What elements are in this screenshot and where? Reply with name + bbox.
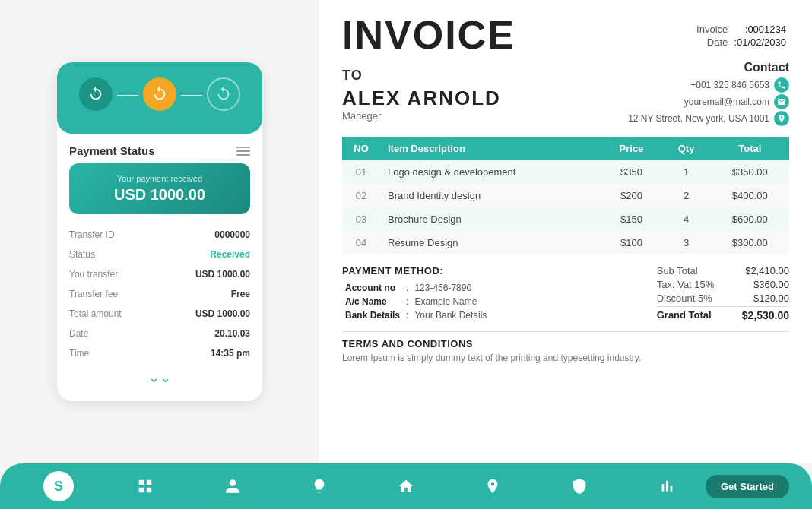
address-text: 12 NY Street, New york, USA 1001 [628, 113, 769, 124]
bottom-nav: S Get Started [0, 463, 812, 509]
step-3 [207, 77, 240, 111]
step-2 [143, 77, 176, 111]
arrow-1: —— [117, 88, 138, 100]
col-qty: Qty [661, 137, 710, 160]
nav-ideas[interactable] [304, 471, 335, 501]
terms-title: TERMS AND CONDITIONS [342, 338, 789, 349]
invoice-top: INVOICE Invoice :0001234 Date :01/02/203… [342, 15, 789, 55]
location-icon [774, 111, 789, 126]
grand-total-row: Grand Total $2,530.00 [657, 309, 789, 321]
contact-title: Contact [628, 61, 789, 74]
invoice-title-block: INVOICE [342, 15, 515, 55]
double-chevron-icon: ⌄⌄ [57, 369, 262, 386]
status-row: Status Received [57, 245, 262, 264]
nav-home-s[interactable]: S [43, 471, 74, 501]
nav-shield[interactable] [564, 471, 595, 501]
totals-section: Sub Total $2,410.00 Tax: Vat 15% $360.00… [657, 265, 789, 324]
invoice-meta: Invoice :0001234 Date :01/02/2030 [693, 23, 789, 49]
invoice-title: INVOICE [342, 15, 515, 55]
transfer-fee-row: Transfer fee Free [57, 284, 262, 304]
total-amount-row: Total amount USD 1000.00 [57, 304, 262, 324]
col-no: NO [342, 137, 380, 160]
nav-dashboard[interactable] [130, 471, 160, 501]
terms-section: TERMS AND CONDITIONS Lorem Ipsum is simp… [342, 331, 789, 363]
table-row: 02 Brand Identity design $200 2 $400.00 [342, 184, 789, 207]
phone-text: +001 325 846 5653 [690, 80, 769, 90]
client-info: TO ALEX ARNOLD Maneger [342, 68, 501, 128]
payment-amount: USD 1000.00 [80, 186, 239, 204]
table-row: 04 Resume Design $100 3 $300.00 [342, 231, 789, 254]
address-row: 12 NY Street, New york, USA 1001 [628, 111, 789, 126]
svg-rect-3 [147, 488, 151, 492]
payment-status-header: Payment Status [57, 134, 262, 163]
client-name: ALEX ARNOLD [342, 87, 501, 110]
table-row: 01 Logo design & developement $350 1 $35… [342, 160, 789, 184]
time-row: Time 14:35 pm [57, 343, 262, 363]
sub-total-row: Sub Total $2,410.00 [657, 265, 789, 277]
you-transfer-row: You transfer USD 1000.00 [57, 264, 262, 284]
tax-row: Tax: Vat 15% $360.00 [657, 279, 789, 290]
status-steps: —— —— [72, 77, 247, 111]
left-panel: —— —— Payment Status Your payment receiv… [0, 0, 319, 463]
col-total: Total [711, 137, 789, 160]
amount-box: Your payment received USD 1000.00 [69, 163, 250, 214]
table-row: 03 Brochure Design $150 4 $600.00 [342, 207, 789, 231]
step-1 [79, 77, 113, 111]
nav-profile[interactable] [217, 471, 248, 501]
payment-status-title: Payment Status [69, 144, 155, 157]
date-row: Date 20.10.03 [57, 324, 262, 343]
svg-rect-2 [139, 488, 144, 492]
card-header: —— —— [57, 62, 262, 134]
invoice-panel: INVOICE Invoice :0001234 Date :01/02/203… [319, 0, 812, 463]
payment-method-title: PAYMENT METHOD: [342, 265, 490, 277]
nav-location[interactable] [477, 471, 508, 501]
nav-cta-button[interactable]: Get Started [706, 475, 789, 498]
phone-row: +001 325 846 5653 [628, 77, 789, 93]
col-price: Price [601, 137, 662, 160]
discount-row: Discount 5% $120.00 [657, 292, 789, 304]
contact-section: Contact +001 325 846 5653 youremail@mail… [628, 61, 789, 128]
email-icon [774, 94, 789, 109]
invoice-table: NO Item Description Price Qty Total 01 L… [342, 137, 789, 254]
payment-method: PAYMENT METHOD: Account no : 123-456-789… [342, 265, 490, 322]
nav-house[interactable] [391, 471, 421, 501]
bottom-section: PAYMENT METHOD: Account no : 123-456-789… [342, 265, 789, 324]
col-desc: Item Description [380, 137, 601, 160]
arrow-2: —— [181, 88, 202, 100]
payment-received-label: Your payment received [80, 174, 239, 183]
billing-contact: TO ALEX ARNOLD Maneger Contact +001 325 … [342, 61, 789, 128]
svg-rect-1 [147, 480, 151, 485]
svg-rect-0 [139, 480, 144, 485]
payment-card: —— —— Payment Status Your payment receiv… [57, 62, 262, 401]
client-title: Maneger [342, 110, 501, 122]
transfer-id-row: Transfer ID 0000000 [57, 225, 262, 245]
email-text: youremail@mail.com [684, 96, 769, 107]
phone-icon [774, 77, 789, 93]
nav-chart[interactable] [652, 471, 682, 501]
email-row: youremail@mail.com [628, 94, 789, 109]
menu-icon[interactable] [236, 147, 250, 156]
totals-divider [657, 306, 789, 307]
terms-text: Lorem Ipsum is simply dummy text of the … [342, 353, 789, 363]
to-label: TO [342, 68, 501, 84]
